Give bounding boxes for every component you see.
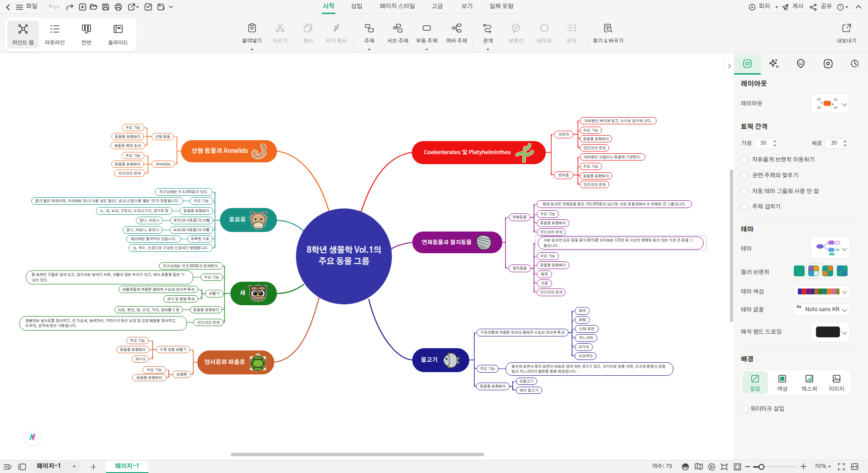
svg-text:?: ? [839,5,841,9]
